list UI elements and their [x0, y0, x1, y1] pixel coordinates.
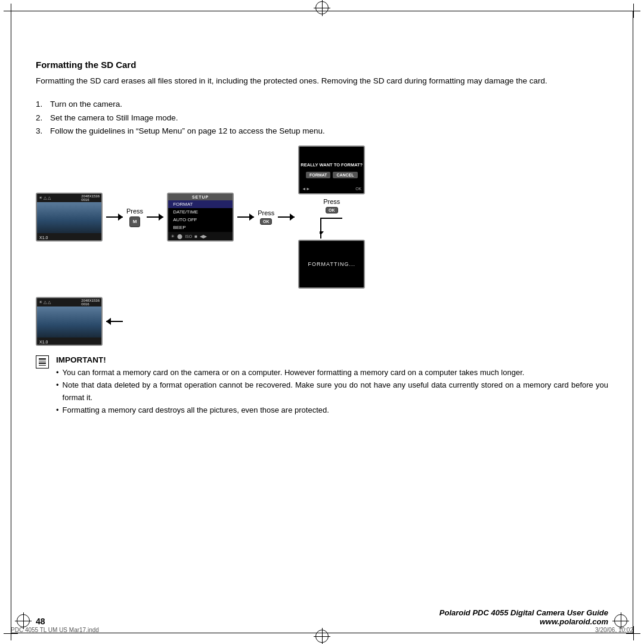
- step-1: 1. Turn on the camera.: [36, 98, 608, 112]
- cam-resolution-2: 2048X1536 0016: [81, 299, 100, 306]
- cam-zoom-1: X1.0: [39, 236, 48, 240]
- press-m-text: Press: [126, 208, 143, 215]
- arrow-4: [278, 213, 295, 221]
- step-2-text: Set the camera to Still Image mode.: [50, 112, 178, 125]
- footer-title: Polaroid PDC 4055 Digital Camera User Gu…: [439, 608, 608, 617]
- step-3-num: 3.: [36, 125, 47, 138]
- setup-icon-1: ☀: [171, 234, 175, 239]
- cam-header-2: ☀ △ △ 2048X1536 0016: [37, 298, 101, 306]
- setup-item-datetime: DATE/TIME: [168, 208, 233, 216]
- camera-screen-2: ☀ △ △ 2048X1536 0016 X1.0: [36, 297, 103, 346]
- footer-right: Polaroid PDC 4055 Digital Camera User Gu…: [439, 608, 608, 626]
- m-button: M: [129, 216, 140, 227]
- step-3-text: Follow the guidelines in “Setup Menu” on…: [50, 125, 325, 138]
- bottom-left: PDC 4055 TL UM US Mar17.indd: [11, 627, 99, 633]
- bottom-right: 3/20/06, 10:02: [595, 627, 633, 633]
- cam-icon-2: ☀ △ △: [39, 300, 51, 305]
- setup-title: SETUP: [168, 194, 233, 200]
- diagram-area: ☀ △ △ 2048X1536 0016 X1.0 Press M: [36, 145, 608, 346]
- nav-arrow-left: ◄►: [302, 187, 310, 191]
- confirm-nav: ◄► OK: [302, 187, 361, 191]
- diagram-top-row: ☀ △ △ 2048X1536 0016 X1.0 Press M: [36, 145, 608, 289]
- setup-icon-3: ■: [194, 234, 197, 239]
- nav-ok: OK: [355, 187, 361, 191]
- footer-url: www.polaroid.com: [439, 617, 608, 626]
- note-line-1: [39, 358, 46, 360]
- right-column: REALLY WANT TO FORMAT? FORMAT CANCEL ◄► …: [298, 145, 365, 289]
- setup-menu: SETUP FORMAT DATE/TIME AUTO OFF BEEP ☀ ⬤…: [167, 193, 234, 242]
- main-content: Formatting the SD Card Formatting the SD…: [36, 24, 608, 596]
- press-ok-3-label: Press OK: [323, 198, 340, 213]
- cam-zoom-2: X1.0: [39, 340, 48, 344]
- circle-crosshair-top: [315, 1, 329, 14]
- border-left: [11, 11, 11, 633]
- bullet-1: You can format a memory card on the came…: [56, 367, 608, 379]
- setup-icon-2: ⬤: [177, 234, 182, 239]
- press-ok-text: Press: [258, 209, 274, 216]
- note-icon: [36, 355, 49, 369]
- arrow-left-down: [320, 217, 343, 239]
- page-number: 48: [36, 617, 45, 626]
- cam-icon-1: ☀ △ △: [39, 196, 51, 200]
- cam-image-1: [37, 202, 101, 233]
- confirm-buttons: FORMAT CANCEL: [306, 172, 358, 178]
- important-title: IMPORTANT!: [56, 355, 608, 364]
- press-ok-3-text: Press: [323, 198, 340, 205]
- confirm-dialog: REALLY WANT TO FORMAT? FORMAT CANCEL ◄► …: [298, 145, 365, 194]
- crosshair-top-right: [626, 4, 640, 18]
- setup-item-format: FORMAT: [168, 200, 233, 208]
- press-ok-label: Press OK: [258, 209, 274, 225]
- arrow-3: [237, 213, 254, 221]
- note-lines: [39, 358, 46, 366]
- ok-button-1: OK: [260, 218, 273, 225]
- step-1-num: 1.: [36, 98, 47, 112]
- setup-icon-iso: ISO: [185, 234, 192, 239]
- cancel-button: CANCEL: [333, 172, 357, 178]
- setup-item-beep: BEEP: [168, 224, 233, 231]
- cam-footer-2: X1.0: [37, 338, 101, 346]
- setup-icon-4: ◀▶: [200, 234, 207, 239]
- bullet-2: Note that data deleted by a format opera…: [56, 379, 608, 404]
- diagram-bottom-row: ☀ △ △ 2048X1536 0016 X1.0: [36, 297, 608, 346]
- step-2-num: 2.: [36, 112, 47, 125]
- crosshair-top-left: [4, 4, 18, 18]
- formatting-text: FORMATTING...: [308, 261, 355, 267]
- border-right: [633, 11, 633, 633]
- step-2: 2. Set the camera to Still Image mode.: [36, 112, 608, 125]
- arrow-2: [147, 213, 163, 221]
- ok-button-3: OK: [326, 207, 338, 213]
- arrow-left-bottom: [106, 317, 123, 326]
- note-line-3: [39, 363, 46, 364]
- confirm-title: REALLY WANT TO FORMAT?: [301, 162, 363, 169]
- cam-resolution-1: 2048X1536 0016: [81, 194, 100, 202]
- camera-screen-1: ☀ △ △ 2048X1536 0016 X1.0: [36, 193, 103, 242]
- setup-item-autooff: AUTO OFF: [168, 216, 233, 224]
- circle-crosshair-bottom-left: [17, 614, 30, 627]
- cam-footer-1: X1.0: [37, 233, 101, 242]
- steps-list: 1. Turn on the camera. 2. Set the camera…: [36, 98, 608, 139]
- cam-header-1: ☀ △ △ 2048X1536 0016: [37, 194, 101, 202]
- format-button: FORMAT: [306, 172, 330, 178]
- arrow-1: [106, 213, 123, 221]
- important-section: IMPORTANT! You can format a memory card …: [36, 355, 608, 416]
- cam-image-2: [37, 306, 101, 338]
- important-content: IMPORTANT! You can format a memory card …: [56, 355, 608, 416]
- section-title: Formatting the SD Card: [36, 60, 608, 70]
- bullet-3: Formatting a memory card destroys all th…: [56, 404, 608, 417]
- page-footer: 48 Polaroid PDC 4055 Digital Camera User…: [36, 608, 608, 626]
- circle-crosshair-bottom-right: [614, 614, 627, 627]
- arrow-down-row: [320, 217, 343, 239]
- note-line-2: [39, 361, 46, 362]
- formatting-screen: FORMATTING...: [298, 240, 365, 289]
- step-3: 3. Follow the guidelines in “Setup Menu”…: [36, 125, 608, 138]
- intro-paragraph: Formatting the SD card erases all files …: [36, 75, 608, 88]
- setup-footer: ☀ ⬤ ISO ■ ◀▶: [168, 232, 233, 240]
- bottom-strip: PDC 4055 TL UM US Mar17.indd 3/20/06, 10…: [11, 627, 633, 633]
- press-m-label: Press M: [126, 208, 143, 227]
- step-1-text: Turn on the camera.: [50, 98, 122, 112]
- note-line-4: [39, 365, 46, 366]
- bullet-list: You can format a memory card on the came…: [56, 367, 608, 416]
